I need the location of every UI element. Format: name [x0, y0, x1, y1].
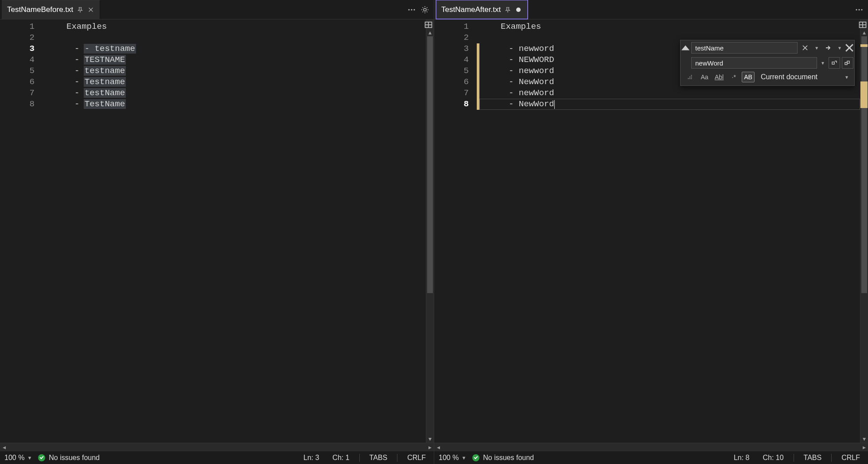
scroll-down-icon[interactable]: ▾	[860, 435, 868, 443]
zoom-level[interactable]: 100 % ▼	[4, 454, 32, 462]
svg-rect-11	[847, 61, 849, 63]
zoom-level[interactable]: 100 % ▼	[439, 454, 466, 462]
code-line: Examples	[479, 21, 541, 32]
svg-point-13	[689, 78, 690, 79]
overview-change-marker	[860, 44, 868, 47]
scope-dropdown[interactable]: ▼	[842, 75, 852, 80]
cursor-col[interactable]: Ch: 10	[759, 454, 787, 462]
split-view-icon[interactable]	[424, 20, 433, 29]
cursor-line[interactable]: Ln: 8	[730, 454, 753, 462]
scroll-right-icon[interactable]: ▸	[860, 444, 868, 451]
code-content[interactable]: Examples - - testname - TESTNAME - testn…	[45, 19, 426, 443]
svg-point-6	[858, 9, 860, 10]
search-scope[interactable]: Current document	[756, 73, 840, 81]
split-view-icon[interactable]	[858, 20, 867, 29]
file-tab[interactable]: TestNameAfter.txt	[436, 0, 528, 19]
svg-point-12	[688, 78, 689, 79]
file-tab[interactable]: TestNameBefore.txt	[2, 0, 100, 19]
workspace: TestNameBefore.txt 123	[0, 0, 868, 464]
regex-option[interactable]: ·*	[728, 72, 740, 82]
vertical-scrollbar[interactable]: ▴ ▾	[426, 19, 434, 443]
tab-bar: TestNameAfter.txt	[434, 0, 868, 19]
pin-icon[interactable]	[504, 6, 511, 13]
chevron-down-icon[interactable]: ▼	[27, 455, 32, 460]
collapse-replace-icon[interactable]	[681, 40, 690, 55]
editor-area[interactable]: 123 456 78 Examples - newword - NEWWORD …	[434, 19, 868, 443]
tab-title: TestNameBefore.txt	[7, 5, 73, 14]
svg-point-2	[413, 9, 415, 10]
line-gutter: 123 456 78	[434, 19, 477, 443]
cursor-col[interactable]: Ch: 1	[329, 454, 353, 462]
pin-icon[interactable]	[77, 6, 84, 13]
close-icon[interactable]	[87, 6, 94, 13]
whole-word-option[interactable]: Abl	[712, 72, 726, 82]
eol-mode[interactable]: CRLF	[404, 454, 429, 462]
status-bar: 100 % ▼ No issues found Ln: 8 Ch: 10 TAB…	[434, 451, 868, 464]
scroll-left-icon[interactable]: ◂	[0, 444, 8, 451]
tab-title: TestNameAfter.txt	[441, 5, 501, 14]
status-bar: 100 % ▼ No issues found Ln: 3 Ch: 1 TABS…	[0, 451, 434, 464]
overview-change-marker	[860, 81, 868, 108]
more-icon[interactable]	[407, 5, 416, 14]
match-case-option[interactable]: Aa	[698, 72, 711, 82]
tab-actions	[855, 5, 868, 14]
svg-point-15	[689, 77, 690, 77]
replace-history-dropdown[interactable]: ▼	[818, 61, 828, 66]
preserve-case-option[interactable]: AB	[742, 72, 755, 82]
editor-area[interactable]: 123 456 78 Examples - - testname - TESTN…	[0, 19, 434, 443]
code-line: - newword	[479, 66, 554, 77]
indent-mode[interactable]: TABS	[366, 454, 391, 462]
svg-point-16	[691, 77, 692, 77]
editor-pane-left: TestNameBefore.txt 123	[0, 0, 434, 464]
dirty-indicator-icon[interactable]	[515, 6, 522, 13]
code-line: - TestName	[45, 99, 126, 110]
scroll-up-icon[interactable]: ▴	[860, 28, 868, 36]
code-line: - testName	[45, 88, 126, 99]
scroll-right-icon[interactable]: ▸	[426, 444, 434, 451]
resize-handle-icon[interactable]	[684, 71, 696, 83]
code-line: - TESTNAME	[45, 54, 126, 66]
horizontal-scrollbar[interactable]: ◂ ▸	[434, 443, 868, 451]
eol-mode[interactable]: CRLF	[838, 454, 864, 462]
ok-icon	[472, 454, 479, 461]
gear-icon[interactable]	[420, 5, 429, 14]
more-icon[interactable]	[855, 5, 864, 14]
issues-indicator[interactable]: No issues found	[472, 454, 534, 462]
code-line: Examples	[45, 21, 107, 32]
replace-next-icon[interactable]	[829, 57, 840, 69]
code-line: - testname	[45, 66, 126, 77]
code-line: - NewWord	[479, 99, 554, 110]
code-line: - NewWord	[479, 77, 554, 88]
tab-bar: TestNameBefore.txt	[0, 0, 434, 19]
chevron-down-icon[interactable]: ▼	[461, 455, 466, 460]
svg-point-7	[861, 9, 862, 10]
scroll-left-icon[interactable]: ◂	[434, 444, 442, 451]
code-line: - newWord	[479, 88, 554, 99]
search-input[interactable]: testName	[691, 42, 798, 54]
find-dropdown[interactable]: ▼	[835, 46, 845, 50]
svg-point-5	[856, 9, 857, 10]
find-next-icon[interactable]	[822, 42, 834, 54]
vertical-scrollbar[interactable]: ▴ ▾	[860, 19, 868, 443]
scroll-down-icon[interactable]: ▾	[426, 435, 434, 443]
svg-point-0	[408, 9, 409, 10]
svg-point-1	[411, 9, 412, 10]
code-line: - - testname	[45, 43, 136, 54]
cursor-line[interactable]: Ln: 3	[300, 454, 323, 462]
code-line: - newword	[479, 43, 554, 54]
clear-search-icon[interactable]	[799, 42, 811, 54]
scroll-up-icon[interactable]: ▴	[426, 28, 434, 36]
replace-all-icon[interactable]	[842, 57, 853, 69]
search-history-dropdown[interactable]: ▼	[812, 46, 821, 50]
issues-indicator[interactable]: No issues found	[38, 454, 100, 462]
replace-input[interactable]: newWord	[691, 57, 817, 69]
line-gutter: 123 456 78	[0, 19, 43, 443]
svg-point-3	[424, 8, 426, 11]
horizontal-scrollbar[interactable]: ◂ ▸	[0, 443, 434, 451]
indent-mode[interactable]: TABS	[800, 454, 825, 462]
svg-rect-10	[845, 62, 847, 65]
svg-point-17	[691, 75, 692, 76]
tab-actions	[407, 5, 434, 14]
svg-point-14	[691, 78, 692, 79]
close-find-icon[interactable]	[845, 43, 854, 53]
